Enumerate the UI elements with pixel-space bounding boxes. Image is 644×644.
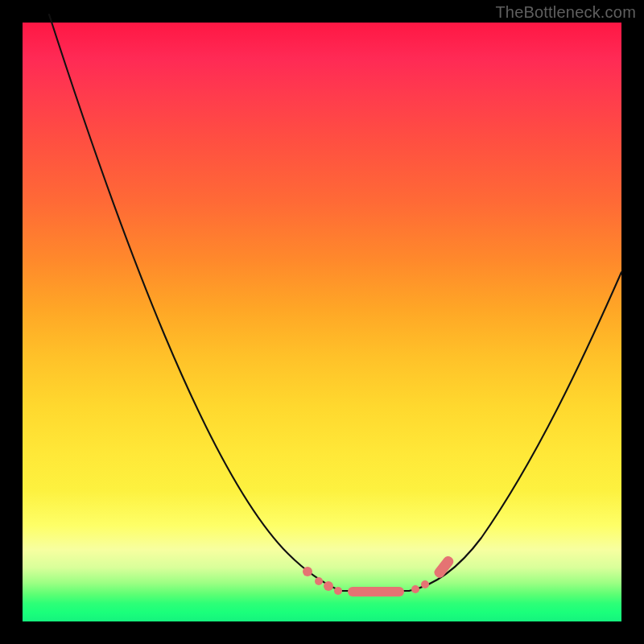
chart-frame: TheBottleneck.com — [0, 0, 644, 644]
curve-left-branch — [49, 14, 341, 591]
marker-dot — [334, 587, 342, 595]
plot-area — [23, 23, 621, 621]
curve-svg — [23, 23, 621, 621]
marker-dot — [303, 567, 312, 576]
marker-dot — [411, 585, 419, 593]
curve-right-branch — [409, 272, 621, 591]
marker-dot — [324, 581, 333, 591]
marker-dot — [315, 577, 323, 585]
marker-pill-bottom — [348, 587, 404, 597]
watermark-text: TheBottleneck.com — [495, 3, 636, 22]
marker-dot — [421, 580, 429, 588]
